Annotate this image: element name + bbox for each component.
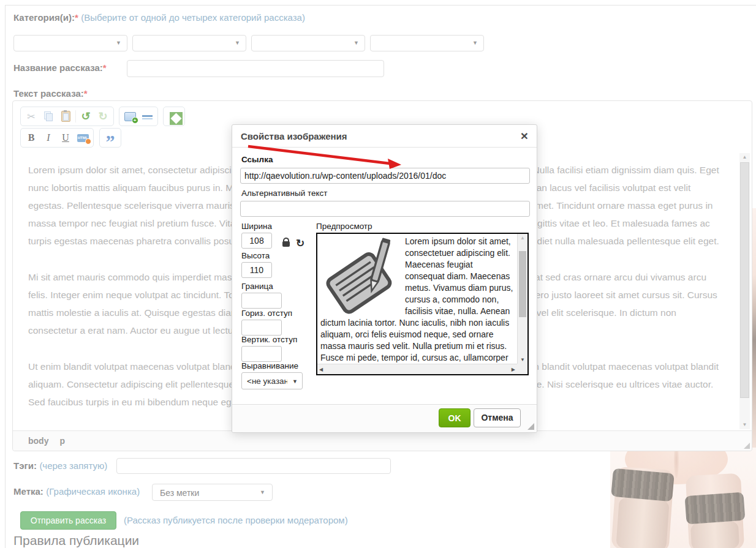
insert-image-icon: + <box>124 112 136 121</box>
dialog-footer: OK Отмена <box>232 404 537 432</box>
vspace-label: Вертик. отступ <box>241 335 297 344</box>
alt-text-label: Альтернативный текст <box>241 189 327 198</box>
background-photo-stockings <box>610 448 756 548</box>
copy-button[interactable] <box>40 108 57 124</box>
scroll-left-icon[interactable]: ◀ <box>319 367 323 372</box>
category-label: Категория(и): <box>13 12 75 23</box>
photo-left-stocking <box>616 497 670 548</box>
underline-icon: U <box>62 132 69 143</box>
category-hint: (Выберите от одной до четырех категорий … <box>81 12 305 23</box>
story-title-label: Название рассказа: <box>13 62 103 73</box>
bold-button[interactable]: B <box>23 130 40 146</box>
close-icon[interactable]: × <box>521 130 528 141</box>
toolbar-group-insert: + <box>119 107 158 126</box>
story-submit-page: Категория(и):* (Выберите от одной до чет… <box>0 0 756 548</box>
width-label: Ширина <box>241 222 272 231</box>
maximize-button[interactable] <box>165 108 183 124</box>
paste-button[interactable] <box>57 108 74 124</box>
path-item-body[interactable]: body <box>28 436 48 446</box>
chevron-down-icon: ▼ <box>292 378 298 385</box>
italic-button[interactable]: I <box>40 130 57 146</box>
dialog-title: Свойства изображения <box>241 131 347 141</box>
insert-image-button[interactable]: + <box>121 108 138 124</box>
copy-icon <box>44 111 53 121</box>
border-label: Граница <box>241 282 273 291</box>
url-input[interactable] <box>240 168 530 184</box>
submit-hint: (Рассказ публикуется после проверки моде… <box>124 515 348 525</box>
category-selects: ▼ ▼ ▼ ▼ <box>13 35 484 51</box>
background-photo-edge <box>752 208 756 448</box>
align-select-value: <не указано> <box>247 377 287 386</box>
scroll-down-icon[interactable]: ▼ <box>520 357 525 362</box>
category-select-3[interactable]: ▼ <box>251 35 365 51</box>
toolbar-group-quote: ” <box>99 128 121 148</box>
story-text-label: Текст рассказа: <box>13 88 84 99</box>
cancel-button[interactable]: Отмена <box>474 408 521 427</box>
dialog-title-bar[interactable]: Свойства изображения × <box>232 125 537 148</box>
reset-size-icon[interactable]: ↻ <box>296 237 304 250</box>
hspace-label: Гориз. отступ <box>241 309 292 318</box>
editor-scrollbar[interactable]: ▲ ▼ <box>739 153 750 429</box>
align-select[interactable]: <не указано> ▼ <box>241 372 303 389</box>
preview-scrollbar-thumb[interactable] <box>519 251 526 317</box>
dialog-resize-handle[interactable] <box>527 423 534 430</box>
undo-button[interactable]: ↺ <box>77 108 94 124</box>
preview-vertical-scrollbar[interactable]: ▲ ▼ <box>517 234 527 364</box>
tags-input[interactable] <box>116 458 391 474</box>
url-label: Ссылка <box>241 155 273 164</box>
path-item-p[interactable]: p <box>59 436 65 446</box>
story-title-label-row: Название рассказа:* <box>13 62 107 73</box>
hspace-input[interactable] <box>241 320 282 336</box>
underline-button[interactable]: U <box>57 130 74 146</box>
publication-rules-heading: Правила публикации <box>13 533 139 548</box>
html-button[interactable]: HTML <box>74 130 91 146</box>
submit-story-button[interactable]: Отправить рассказ <box>20 511 116 530</box>
notepad-pencil-image <box>322 237 400 315</box>
editor-resize-handle[interactable] <box>744 443 750 449</box>
scroll-right-icon[interactable]: ▶ <box>512 367 515 372</box>
required-asterisk: * <box>84 88 88 99</box>
photo-right-lace-band <box>685 492 746 525</box>
scroll-up-icon[interactable]: ▲ <box>739 154 750 160</box>
paste-icon <box>61 111 70 122</box>
alt-text-input[interactable] <box>240 201 530 217</box>
blockquote-button[interactable]: ” <box>102 130 119 146</box>
horizontal-rule-button[interactable] <box>138 108 156 124</box>
vspace-input[interactable] <box>241 346 282 362</box>
category-select-1[interactable]: ▼ <box>13 35 127 51</box>
lock-ratio-icon[interactable] <box>282 241 290 247</box>
required-asterisk: * <box>75 12 78 23</box>
tags-label: Тэги: <box>13 460 37 471</box>
undo-icon: ↺ <box>81 110 90 123</box>
category-select-4[interactable]: ▼ <box>370 35 484 51</box>
align-label: Выравнивание <box>241 361 298 370</box>
editor-scrollbar-thumb[interactable] <box>740 162 749 398</box>
editor-toolbar-row-2: B I U HTML ” <box>20 128 121 148</box>
mark-select[interactable]: Без метки ▼ <box>152 484 273 501</box>
border-input[interactable] <box>241 293 282 309</box>
width-input[interactable] <box>241 233 272 249</box>
html-icon: HTML <box>77 134 89 142</box>
preview-horizontal-scrollbar[interactable]: ◀ ▶ <box>317 364 517 374</box>
scroll-down-icon[interactable]: ▼ <box>739 422 750 428</box>
photo-right-stocking <box>690 521 739 548</box>
toolbar-group-format: B I U HTML <box>20 128 94 148</box>
category-select-2[interactable]: ▼ <box>132 35 246 51</box>
ok-button[interactable]: OK <box>439 408 471 427</box>
maximize-icon <box>170 112 179 121</box>
height-label: Высота <box>241 251 270 260</box>
story-title-input[interactable] <box>127 60 384 77</box>
cut-button[interactable]: ✂ <box>23 108 40 124</box>
preview-content: Lorem ipsum dolor sit amet, consectetuer… <box>317 234 517 364</box>
category-label-row: Категория(и):* (Выберите от одной до чет… <box>13 12 305 23</box>
scroll-up-icon[interactable]: ▲ <box>520 235 525 241</box>
blockquote-icon: ” <box>106 131 115 145</box>
tags-hint: (через запятую) <box>39 460 107 471</box>
redo-button[interactable]: ↻ <box>94 108 112 124</box>
height-input[interactable] <box>241 262 272 278</box>
tags-label-row: Тэги: (через запятую) <box>13 460 107 471</box>
chevron-down-icon: ▼ <box>235 40 240 46</box>
redo-icon: ↻ <box>98 110 107 123</box>
chevron-down-icon: ▼ <box>116 40 121 46</box>
chevron-down-icon: ▼ <box>353 40 359 46</box>
